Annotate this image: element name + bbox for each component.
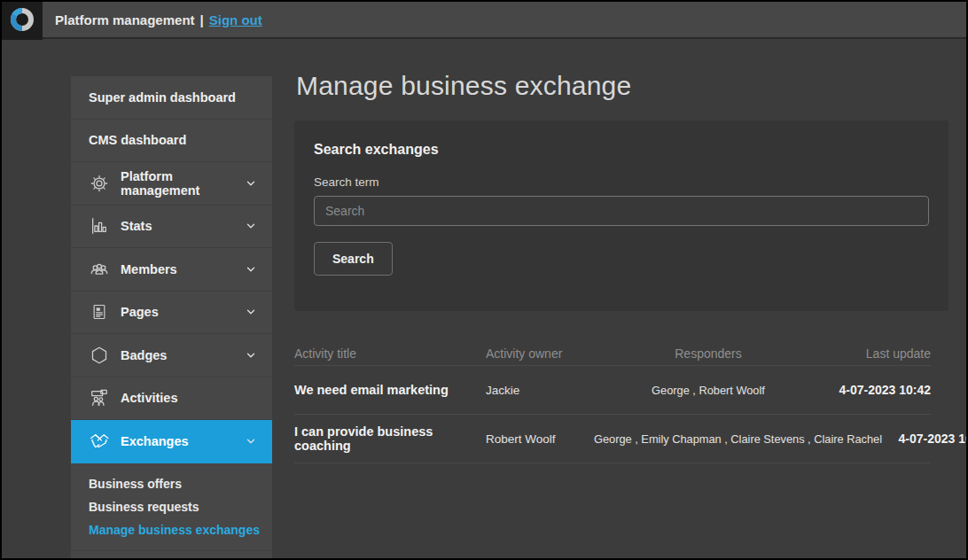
chevron-down-icon (244, 348, 258, 362)
submenu-item-manage-business-exchanges[interactable]: Manage business exchanges (89, 518, 272, 541)
chevron-down-icon (244, 434, 258, 448)
table-header-row: Activity title Activity owner Responders… (294, 341, 931, 366)
topbar-title: Platform management (55, 12, 195, 27)
sidebar-item-challenges[interactable]: Challenges (71, 551, 272, 560)
people-icon (89, 259, 110, 280)
app-window: Platform management | Sign out Super adm… (0, 0, 968, 560)
sign-out-link[interactable]: Sign out (209, 12, 262, 27)
top-bar: Platform management | Sign out (2, 2, 966, 39)
exchanges-submenu: Business offers Business requests Manage… (71, 463, 272, 551)
document-icon (89, 301, 110, 323)
ring-logo-icon (8, 5, 36, 34)
search-term-label: Search term (314, 175, 929, 189)
sidebar-item-activities[interactable]: Activities (71, 377, 272, 421)
sidebar-item-platform-management[interactable]: Platform management (71, 162, 272, 206)
topbar-separator: | (200, 12, 204, 27)
col-header-responders: Responders (594, 346, 823, 361)
bar-chart-icon (89, 215, 110, 237)
exchanges-table: Activity title Activity owner Responders… (294, 341, 931, 463)
table-row[interactable]: We need email marketing Jackie George , … (294, 366, 931, 415)
chevron-down-icon (244, 262, 258, 276)
main-content: Manage business exchange Search exchange… (294, 71, 948, 463)
chevron-down-icon (244, 176, 258, 191)
cell-activity-owner: Jackie (486, 384, 590, 397)
col-header-activity-owner: Activity owner (486, 346, 590, 361)
col-header-last-update: Last update (826, 346, 931, 361)
cell-responders: George , Emily Chapman , Claire Stevens … (594, 432, 882, 446)
sidebar-item-stats[interactable]: Stats (71, 206, 272, 249)
sidebar-item-cms-dashboard[interactable]: CMS dashboard (71, 120, 272, 163)
gear-icon (89, 173, 110, 194)
hexagon-icon (89, 345, 110, 366)
submenu-item-business-requests[interactable]: Business requests (89, 495, 272, 518)
page-title: Manage business exchange (296, 71, 948, 101)
cell-activity-title: I can provide business coaching (294, 424, 482, 453)
cell-activity-title: We need email marketing (294, 383, 482, 397)
cell-last-update: 4-07-2023 10:42 (826, 383, 931, 397)
submenu-item-business-offers[interactable]: Business offers (89, 472, 272, 495)
sidebar-item-super-admin-dashboard[interactable]: Super admin dashboard (71, 76, 272, 120)
search-input[interactable] (314, 196, 929, 226)
sidebar-item-badges[interactable]: Badges (71, 334, 272, 377)
cell-last-update: 4-07-2023 10:42 (886, 432, 968, 446)
app-logo[interactable] (2, 0, 43, 40)
search-panel-title: Search exchanges (314, 142, 929, 158)
cell-activity-owner: Robert Woolf (486, 432, 590, 446)
search-button[interactable]: Search (314, 242, 393, 276)
workshop-icon (89, 387, 110, 408)
sidebar-item-members[interactable]: Members (71, 248, 272, 292)
chevron-down-icon (244, 305, 258, 319)
handshake-icon (89, 431, 110, 452)
chevron-down-icon (244, 219, 258, 233)
sidebar-item-pages[interactable]: Pages (71, 292, 272, 335)
sidebar: Super admin dashboard CMS dashboard Plat… (71, 76, 272, 558)
sidebar-item-exchanges[interactable]: Exchanges (71, 420, 272, 463)
col-header-activity-title: Activity title (294, 346, 482, 361)
search-panel: Search exchanges Search term Search (294, 121, 948, 311)
table-row[interactable]: I can provide business coaching Robert W… (294, 415, 931, 463)
cell-responders: George , Robert Woolf (594, 384, 823, 397)
